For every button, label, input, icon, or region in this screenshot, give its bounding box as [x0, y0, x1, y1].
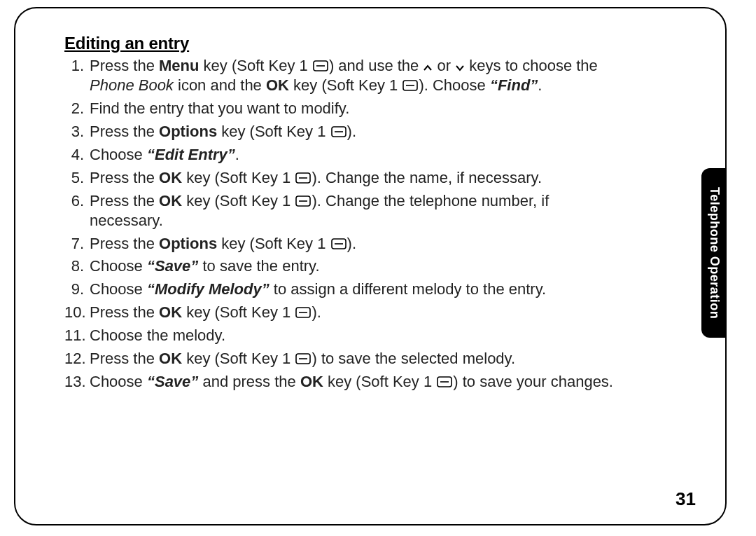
- text: key (Soft Key 1: [217, 123, 330, 140]
- text: key (Soft Key 1: [200, 57, 312, 74]
- text: key (Soft Key 1: [323, 373, 436, 390]
- down-arrow-icon: [455, 57, 465, 66]
- text: to save the entry.: [198, 257, 319, 275]
- softkey-icon: [295, 303, 311, 315]
- text: ) to save the selected melody.: [312, 350, 515, 367]
- softkey-icon: [331, 123, 346, 134]
- ok-key-label: OK: [266, 76, 289, 94]
- text: Press the: [90, 235, 159, 252]
- step-7: Press the Options key (Soft Key 1 ).: [64, 234, 617, 254]
- text: Press the: [90, 350, 159, 367]
- menu-key-label: Menu: [159, 57, 199, 74]
- text: and press the: [198, 373, 300, 390]
- text: Press the: [90, 303, 159, 321]
- step-1: Press the Menu key (Soft Key 1 ) and use…: [64, 56, 617, 95]
- text: key (Soft Key 1: [182, 350, 295, 367]
- text: key (Soft Key 1: [289, 76, 402, 94]
- softkey-icon: [295, 169, 311, 180]
- save-label: “Save”: [147, 257, 198, 275]
- text: Choose: [90, 146, 147, 163]
- softkey-icon: [437, 373, 452, 384]
- section-heading: Editing an entry: [64, 34, 669, 53]
- text: ).: [347, 123, 356, 140]
- text: ). Change the name, if necessary.: [312, 169, 542, 186]
- text: ) to save your changes.: [453, 373, 613, 390]
- step-3: Press the Options key (Soft Key 1 ).: [64, 122, 617, 142]
- ok-key-label: OK: [159, 350, 182, 367]
- step-4: Choose “Edit Entry”.: [64, 145, 617, 165]
- step-6: Press the OK key (Soft Key 1 ). Change t…: [64, 191, 617, 231]
- text: key (Soft Key 1: [182, 192, 295, 209]
- ok-key-label: OK: [159, 303, 182, 321]
- steps-list: Press the Menu key (Soft Key 1 ) and use…: [64, 56, 617, 392]
- text: .: [538, 76, 542, 94]
- text: Press the: [90, 169, 159, 186]
- text: or: [433, 57, 455, 74]
- text: .: [235, 146, 239, 163]
- text: icon and the: [174, 76, 266, 94]
- step-8: Choose “Save” to save the entry.: [64, 256, 617, 276]
- text: key (Soft Key 1: [217, 235, 330, 252]
- edit-entry-label: “Edit Entry”: [147, 146, 235, 163]
- section-tab: Telephone Operation: [701, 168, 727, 338]
- page-number: 31: [676, 488, 696, 510]
- step-12: Press the OK key (Soft Key 1 ) to save t…: [64, 349, 617, 369]
- step-10: Press the OK key (Soft Key 1 ).: [64, 303, 617, 322]
- text: Find the entry that you want to modify.: [90, 99, 349, 117]
- softkey-icon: [295, 350, 311, 361]
- options-key-label: Options: [159, 235, 217, 252]
- softkey-icon: [313, 57, 328, 68]
- softkey-icon: [295, 192, 311, 203]
- step-9: Choose “Modify Melody” to assign a diffe…: [64, 280, 617, 299]
- options-key-label: Options: [159, 123, 217, 140]
- text: Choose: [90, 257, 147, 275]
- text: Choose: [90, 373, 147, 390]
- text: ). Choose: [419, 76, 490, 94]
- step-13: Choose “Save” and press the OK key (Soft…: [64, 372, 617, 392]
- ok-key-label: OK: [300, 373, 323, 390]
- text: Choose the melody.: [90, 327, 225, 344]
- phone-book-label: Phone Book: [90, 76, 174, 94]
- find-label: “Find”: [490, 76, 538, 94]
- step-2: Find the entry that you want to modify.: [64, 99, 617, 118]
- page-frame: Editing an entry Press the Menu key (Sof…: [14, 7, 727, 525]
- text: ).: [312, 303, 321, 321]
- text: Press the: [90, 57, 159, 74]
- step-5: Press the OK key (Soft Key 1 ). Change t…: [64, 168, 617, 188]
- text: ).: [347, 235, 356, 252]
- ok-key-label: OK: [159, 192, 182, 209]
- ok-key-label: OK: [159, 169, 182, 186]
- text: ) and use the: [329, 57, 424, 74]
- text: Press the: [90, 123, 159, 140]
- up-arrow-icon: [423, 57, 433, 66]
- text: key (Soft Key 1: [182, 169, 295, 186]
- softkey-icon: [402, 76, 418, 88]
- text: Press the: [90, 192, 159, 209]
- section-tab-label: Telephone Operation: [707, 187, 722, 319]
- softkey-icon: [331, 235, 346, 246]
- text: Choose: [90, 280, 147, 298]
- step-11: Choose the melody.: [64, 326, 617, 345]
- save-label: “Save”: [147, 373, 198, 390]
- text: key (Soft Key 1: [182, 303, 295, 321]
- text: keys to choose the: [465, 57, 598, 74]
- modify-melody-label: “Modify Melody”: [147, 280, 270, 298]
- text: to assign a different melody to the entr…: [270, 280, 546, 298]
